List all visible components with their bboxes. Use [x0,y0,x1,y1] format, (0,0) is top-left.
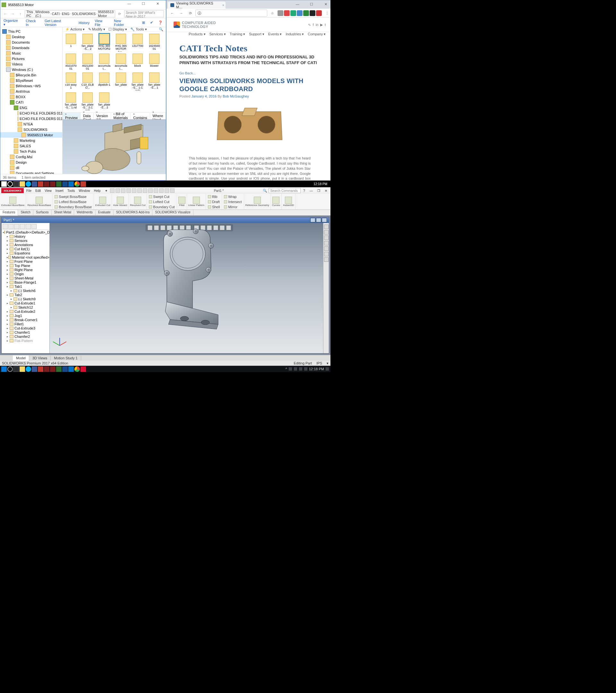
maximize-button[interactable]: ☐ [136,2,151,8]
system-tray[interactable]: ^ 12:18 PM [285,367,329,371]
cortana-icon[interactable] [7,367,13,372]
breadcrumb-segment[interactable]: CATI [52,12,60,16]
ribbon-button[interactable]: Curves [271,194,282,210]
command-manager-tabs[interactable]: FeaturesSketchSurfacesSheet MetalWeldmen… [0,210,331,216]
feature-node[interactable]: ▸Fillet1 [2,322,49,326]
feature-node[interactable]: ▸Annotations [2,242,49,247]
ribbon-button[interactable]: Fillet [177,194,187,210]
reload-button[interactable]: ⟳ [186,9,194,17]
menu-item[interactable]: Edit [33,189,43,193]
ribbon-button[interactable]: Lofted Cut [149,200,175,204]
feature-tree[interactable]: ▸Part1 (Default<<Default>_Display State▸… [2,230,49,353]
ribbon-button[interactable]: Swept Boss/Base [55,195,92,199]
site-logo[interactable]: COMPUTER AIDED TECHNOLOGY [174,21,216,28]
breadcrumb[interactable]: This PC›Windows (C:)›CATI›ENG›SOLIDWORKS… [25,10,115,17]
back-button[interactable]: ← [2,10,8,17]
skype-icon[interactable] [26,367,31,372]
app-icon[interactable] [44,367,49,372]
restore-button[interactable]: ❐ [315,189,322,193]
start-button[interactable] [1,181,7,187]
preview-tab[interactable]: ▫ Where Used [150,113,166,119]
outlook-icon[interactable] [68,367,74,372]
maximize-button[interactable]: ☐ [304,2,319,9]
tree-node[interactable]: Marketing [0,138,62,143]
document-titlebar[interactable]: Part1 * [2,217,329,223]
app-icon[interactable] [62,367,68,372]
command-tab[interactable]: Sheet Metal [52,210,74,215]
breadcrumb-segment[interactable]: 95656513 Motor [98,10,114,18]
file-list[interactable]: 1fan_plate-S... 2#HG 365 MOTOR2#HG 365 M… [63,32,166,112]
ribbon-button[interactable]: Hole Wizard [112,194,129,210]
ribbon-button[interactable]: Boundary Cut [149,205,175,209]
close-tab-icon[interactable]: × [222,3,224,7]
app-icon[interactable] [50,181,56,187]
view-tab[interactable]: 3D Views [29,355,51,361]
breadcrumb-segment[interactable]: This PC [26,10,33,18]
menu-item[interactable]: Events ▾ [268,32,282,36]
view-tab[interactable]: Model [13,355,29,361]
forward-button[interactable]: → [177,9,185,17]
preview-pane[interactable] [63,119,166,174]
feature-node[interactable]: ▸Cut-Extrude2 [2,309,49,314]
command-tab[interactable]: Features [0,210,18,216]
command-tab[interactable]: SOLIDWORKS Add-Ins [114,210,153,215]
feature-node[interactable]: ▸Equations [2,251,49,255]
file-item[interactable]: 162494001 [148,34,161,52]
back-button[interactable]: ← [168,9,176,17]
toolbar-icon[interactable]: ✔ [150,21,153,25]
taskbar-clock[interactable]: 12:18 PM [312,182,329,186]
skype-icon[interactable] [26,181,31,187]
menu-item[interactable]: Window [77,189,92,193]
command-tab[interactable]: SOLIDWORKS Visualize [153,210,193,215]
tree-node[interactable]: Desktop [0,34,62,39]
file-item[interactable]: 1317700 [131,34,144,52]
minimize-button[interactable]: — [122,2,136,8]
tree-node[interactable]: ENG [0,105,62,111]
breadcrumb-segment[interactable]: SOLIDWORKS [72,12,96,16]
feature-node[interactable]: ▸Material <not specified> [2,255,49,259]
filter-icon[interactable]: 🔍 [159,27,163,32]
toolbar-button[interactable]: New Folder [114,19,132,27]
twitter-icon[interactable]: t [325,23,326,27]
tree-node[interactable]: ECHO FILE FOLDERS 011817 [0,111,62,116]
menu-button[interactable]: ⋮ [323,9,331,17]
feature-node[interactable]: ▸Chamfer2 [2,334,49,338]
feature-node[interactable]: ▸Flat-Pattern [2,338,49,343]
file-item[interactable]: 402120001 [81,54,94,71]
app-icon[interactable] [81,181,86,187]
ribbon-button[interactable]: Revolved Cut [128,194,147,210]
search-input[interactable]: Search SW What's New in 2017 [124,10,164,17]
tree-node[interactable]: Music [0,51,62,56]
preview-tab[interactable]: ▫ Data Card [81,113,94,119]
ribbon-button[interactable]: Extruded Boss/Base [0,194,26,210]
up-button[interactable]: ↑ [17,10,23,17]
tree-node[interactable]: Windows (C:) [0,67,62,72]
feature-node[interactable]: ▸Sketch12 [2,305,49,309]
feature-node[interactable]: ▸Part1 (Default<<Default>_Display State [2,230,49,234]
tree-node[interactable]: Downloads [0,45,62,51]
taskbar-bottom[interactable]: ^ 12:18 PM [0,366,331,372]
feature-node[interactable]: ▸Origin [2,272,49,276]
file-item[interactable]: fan_plate-S... 1.rsl [64,93,77,111]
ribbon-button[interactable]: Rib [208,195,220,199]
explorer-icon[interactable] [20,181,25,187]
file-item[interactable]: dipstick-1 [98,73,111,91]
ribbon-button[interactable]: Revolved Boss/Base [26,194,53,210]
article-author[interactable]: Bob McGaughey [223,94,249,98]
notifications-icon[interactable] [325,367,329,371]
rss-icon[interactable]: ∿ [308,23,311,27]
command-tab[interactable]: Evaluate [96,210,114,215]
app-icon[interactable] [50,367,56,372]
close-button[interactable]: ✕ [151,2,164,8]
motion-tabs[interactable]: Model3D ViewsMotion Study 1 [0,355,331,361]
feature-node[interactable]: ▸Tab2 [2,293,49,297]
close-button[interactable]: ✕ [319,2,331,9]
tree-node[interactable]: NTEA [0,121,62,127]
command-search[interactable]: Search Commands [269,188,301,193]
preview-tab[interactable]: ▫ Preview [63,113,81,119]
feature-node[interactable]: ▸(-) Sketch6 [2,289,49,293]
taskbar-top[interactable]: 12:18 PM [0,181,331,187]
tray-clock[interactable]: 12:18 PM [309,367,324,371]
toolbar-icon[interactable]: ❓ [158,21,163,25]
file-item[interactable]: fan_plate-S... 1.CWR [131,73,144,91]
